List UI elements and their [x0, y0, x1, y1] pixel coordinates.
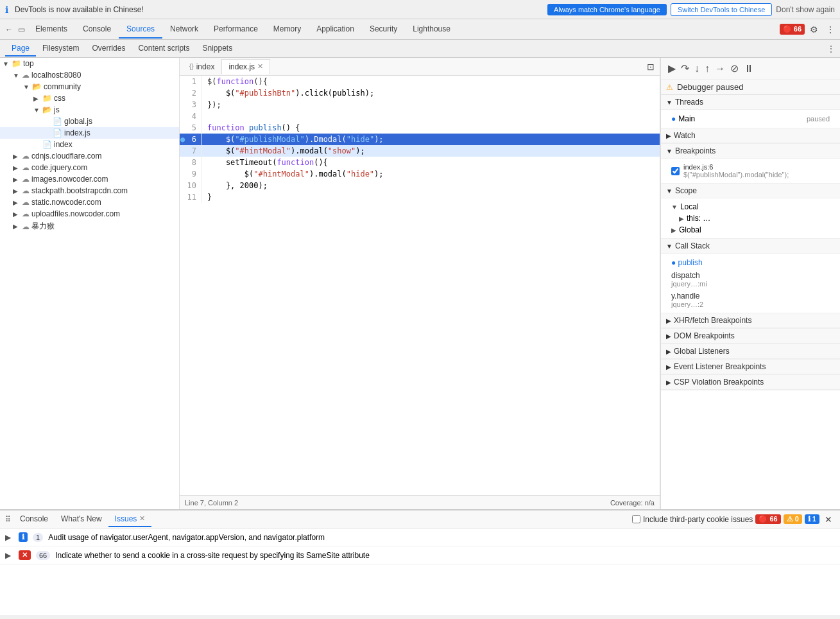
tree-item-index-js[interactable]: 📄 index.js: [0, 127, 179, 139]
tree-label: stackpath.bootstrapcdn.com: [31, 186, 128, 195]
step-button[interactable]: →: [713, 61, 727, 76]
call-stack-item-yhandle[interactable]: y.handle jquery…:2: [666, 290, 835, 310]
pause-on-exceptions-button[interactable]: ⏸: [742, 61, 756, 76]
tab-overrides[interactable]: Overrides: [85, 41, 132, 57]
tree-item-jquery[interactable]: ▶ ☁ code.jquery.com: [0, 162, 179, 173]
xhr-header[interactable]: ▶ XHR/fetch Breakpoints: [661, 313, 840, 328]
line-code: $("#publishBtn").click(publish);: [202, 87, 374, 99]
tree-item-js[interactable]: ▼ 📂 js: [0, 104, 179, 116]
line-code: $(function(){: [202, 76, 268, 87]
more-icon[interactable]: ⋮: [823, 22, 837, 37]
editor-tab-index-js[interactable]: index.js ✕: [221, 59, 270, 74]
event-listener-header[interactable]: ▶ Event Listener Breakpoints: [661, 360, 840, 374]
third-party-checkbox[interactable]: [632, 515, 640, 523]
tree-label: 暴力猴: [31, 221, 55, 232]
close-tab-icon[interactable]: ✕: [257, 62, 263, 71]
tab-lighthouse[interactable]: Lighthouse: [405, 21, 458, 39]
tree-item-index[interactable]: 📄 index: [0, 139, 179, 150]
code-line-8[interactable]: 8 setTimeout(function(){: [180, 157, 660, 168]
tab-whats-new[interactable]: What's New: [55, 512, 108, 527]
tab-sources[interactable]: Sources: [119, 21, 162, 39]
forward-icon[interactable]: ▭: [18, 25, 25, 34]
csp-header[interactable]: ▶ CSP Violation Breakpoints: [661, 375, 840, 390]
dom-header[interactable]: ▶ DOM Breakpoints: [661, 329, 840, 344]
code-line-6[interactable]: ●6 $("#publishModal").Dmodal("hide");: [180, 134, 660, 145]
tree-item-static[interactable]: ▶ ☁ static.nowcoder.com: [0, 196, 179, 208]
editor-settings-icon[interactable]: ⊡: [644, 59, 657, 74]
secondary-more-icon[interactable]: ⋮: [827, 44, 835, 53]
main-thread-item[interactable]: ● Main paused: [666, 112, 835, 125]
tab-memory[interactable]: Memory: [266, 21, 309, 39]
code-line-4[interactable]: 4: [180, 110, 660, 122]
tab-page[interactable]: Page: [5, 41, 36, 57]
tab-elements[interactable]: Elements: [28, 21, 75, 39]
bottom-drag-handle[interactable]: ⠿: [5, 515, 11, 524]
step-over-button[interactable]: ↷: [679, 60, 691, 76]
editor-status-bar: Line 7, Column 2 Coverage: n/a: [180, 495, 660, 509]
tab-network[interactable]: Network: [162, 21, 206, 39]
match-language-button[interactable]: Always match Chrome's language: [547, 4, 667, 15]
tab-console[interactable]: Console: [13, 512, 55, 527]
issue-row-1[interactable]: ▶ ℹ 1 Audit usage of navigator.userAgent…: [0, 528, 840, 546]
tree-item-top[interactable]: ▼ 📁 top: [0, 58, 179, 69]
code-line-3[interactable]: 3 });: [180, 99, 660, 110]
tree-item-css[interactable]: ▶ 📁 css: [0, 92, 179, 104]
back-icon[interactable]: ←: [5, 25, 13, 34]
switch-chinese-button[interactable]: Switch DevTools to Chinese: [671, 3, 772, 16]
local-scope[interactable]: ▼ Local: [666, 201, 835, 213]
code-line-2[interactable]: 2 $("#publishBtn").click(publish);: [180, 87, 660, 99]
folder-icon: 📁: [42, 94, 52, 103]
dont-show-link[interactable]: Don't show again: [776, 5, 835, 14]
call-stack-item-publish[interactable]: ● publish: [666, 256, 835, 269]
threads-header[interactable]: ▼ Threads: [661, 95, 840, 110]
tree-item-global-js[interactable]: 📄 global.js: [0, 116, 179, 127]
step-out-button[interactable]: ↑: [703, 61, 712, 76]
breakpoints-label: Breakpoints: [675, 146, 716, 155]
tab-issues[interactable]: Issues ✕: [108, 512, 152, 527]
this-scope[interactable]: ▶ this: …: [666, 213, 835, 224]
tree-item-cdnjs[interactable]: ▶ ☁ cdnjs.cloudflare.com: [0, 150, 179, 162]
line-code: });: [202, 99, 221, 110]
step-into-button[interactable]: ↓: [692, 61, 701, 76]
global-scope[interactable]: ▶ Global: [666, 224, 835, 236]
tab-performance[interactable]: Performance: [206, 21, 266, 39]
breakpoint-checkbox[interactable]: [671, 167, 680, 175]
tree-item-uploadfiles[interactable]: ▶ ☁ uploadfiles.nowcoder.com: [0, 208, 179, 220]
deactivate-breakpoints-button[interactable]: ⊘: [728, 60, 741, 76]
code-line-1[interactable]: 1 $(function(){: [180, 76, 660, 87]
tab-application[interactable]: Application: [309, 21, 362, 39]
tree-item-localhost[interactable]: ▼ ☁ localhost:8080: [0, 69, 179, 81]
tab-console[interactable]: Console: [75, 21, 119, 39]
global-listeners-header[interactable]: ▶ Global Listeners: [661, 344, 840, 359]
settings-icon[interactable]: ⚙: [807, 22, 821, 37]
tab-content-scripts[interactable]: Content scripts: [132, 41, 196, 57]
code-line-10[interactable]: 10 }, 2000);: [180, 180, 660, 191]
code-line-9[interactable]: 9 $("#hintModal").modal("hide");: [180, 168, 660, 180]
call-stack-item-dispatch[interactable]: dispatch jquery…:mi: [666, 269, 835, 290]
editor-tab-index[interactable]: {} index: [182, 59, 221, 74]
tab-filesystem[interactable]: Filesystem: [36, 41, 85, 57]
scope-header[interactable]: ▼ Scope: [661, 184, 840, 198]
tree-item-tampermonkey[interactable]: ▶ ☁ 暴力猴: [0, 220, 179, 233]
code-line-11[interactable]: 11 }: [180, 191, 660, 203]
code-line-5[interactable]: 5 function publish() {: [180, 122, 660, 134]
watch-header[interactable]: ▶ Watch: [661, 128, 840, 143]
close-bottom-panel[interactable]: ✕: [822, 512, 835, 527]
tree-item-images[interactable]: ▶ ☁ images.nowcoder.com: [0, 173, 179, 185]
code-line-7[interactable]: 7 $("#hintModal").modal("show");: [180, 145, 660, 157]
banner-text: DevTools is now available in Chinese!: [15, 5, 544, 14]
tree-item-community[interactable]: ▼ 📂 community: [0, 81, 179, 92]
global-listeners-section: ▶ Global Listeners: [661, 344, 840, 360]
tab-security[interactable]: Security: [362, 21, 405, 39]
tree-item-bootstrap[interactable]: ▶ ☁ stackpath.bootstrapcdn.com: [0, 185, 179, 196]
breakpoints-header[interactable]: ▼ Breakpoints: [661, 144, 840, 159]
func-name: dispatch: [671, 271, 830, 280]
cloud-icon: ☁: [22, 71, 30, 80]
event-listener-section: ▶ Event Listener Breakpoints: [661, 360, 840, 375]
close-issues-tab[interactable]: ✕: [139, 514, 145, 523]
issue-row-2[interactable]: ▶ ✕ 66 Indicate whether to send a cookie…: [0, 546, 840, 564]
call-stack-header[interactable]: ▼ Call Stack: [661, 239, 840, 254]
tab-snippets[interactable]: Snippets: [196, 41, 239, 57]
resume-button[interactable]: ▶: [666, 60, 678, 76]
breakpoint-item[interactable]: index.js:6 $("#publishModal").modal("hid…: [666, 161, 835, 180]
